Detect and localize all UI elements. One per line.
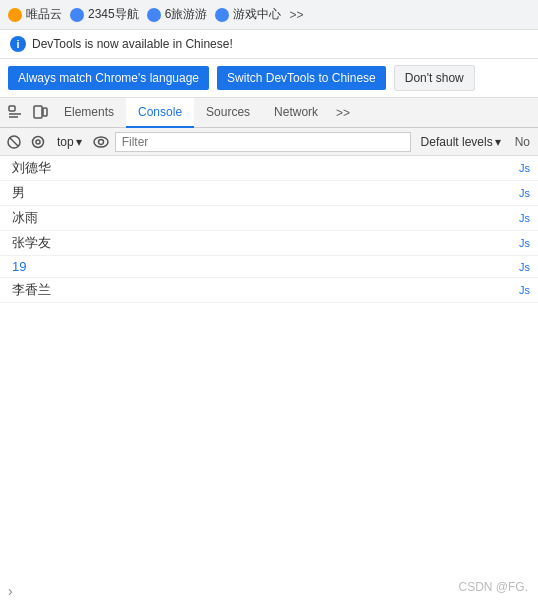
match-language-button[interactable]: Always match Chrome's language — [8, 66, 209, 90]
tab-label-weipinyun: 唯品云 — [26, 6, 62, 23]
tab-weipinyun[interactable]: 唯品云 — [8, 6, 62, 23]
svg-point-9 — [94, 137, 108, 147]
tab-games[interactable]: 游戏中心 — [215, 6, 281, 23]
log-entry-text: 刘德华 — [12, 159, 519, 177]
table-row: 张学友Js — [0, 231, 538, 256]
log-entry-source[interactable]: Js — [519, 261, 530, 273]
dont-show-button[interactable]: Don't show — [394, 65, 475, 91]
lang-buttons-bar: Always match Chrome's language Switch De… — [0, 59, 538, 98]
tab-label-games: 游戏中心 — [233, 6, 281, 23]
eye-button[interactable] — [91, 132, 111, 152]
tab-travel[interactable]: 6旅游游 — [147, 6, 208, 23]
tab-elements[interactable]: Elements — [52, 98, 126, 128]
levels-label: Default levels — [421, 135, 493, 149]
log-entry-source[interactable]: Js — [519, 284, 530, 296]
tab-label-2345: 2345导航 — [88, 6, 139, 23]
table-row: 李香兰Js — [0, 278, 538, 303]
no-issues-label: No — [511, 135, 534, 149]
levels-arrow: ▾ — [495, 135, 501, 149]
svg-line-6 — [10, 138, 18, 146]
svg-point-7 — [36, 140, 40, 144]
tab-favicon-2345 — [70, 8, 84, 22]
console-output: 刘德华Js男Js冰雨Js张学友Js19Js李香兰Js — [0, 156, 538, 580]
tab-network[interactable]: Network — [262, 98, 330, 128]
settings-icon[interactable] — [28, 132, 48, 152]
more-tabs-button[interactable]: >> — [289, 8, 303, 22]
tab-console[interactable]: Console — [126, 98, 194, 128]
log-entry-source[interactable]: Js — [519, 212, 530, 224]
devtools-info-banner: i DevTools is now available in Chinese! — [0, 30, 538, 59]
log-entry-source[interactable]: Js — [519, 187, 530, 199]
filter-input[interactable] — [115, 132, 411, 152]
console-area: top ▾ Default levels ▾ No 刘德华Js男Js冰雨Js张学… — [0, 128, 538, 602]
tab-2345[interactable]: 2345导航 — [70, 6, 139, 23]
table-row: 19Js — [0, 256, 538, 278]
tab-favicon-weipinyun — [8, 8, 22, 22]
watermark: CSDN @FG. — [458, 580, 528, 594]
svg-point-10 — [98, 139, 103, 144]
table-row: 刘德华Js — [0, 156, 538, 181]
more-panels-button[interactable]: >> — [330, 106, 356, 120]
tab-sources[interactable]: Sources — [194, 98, 262, 128]
clear-console-button[interactable] — [4, 132, 24, 152]
log-levels-selector[interactable]: Default levels ▾ — [415, 133, 507, 151]
devtools-main: i DevTools is now available in Chinese! … — [0, 30, 538, 602]
switch-to-chinese-button[interactable]: Switch DevTools to Chinese — [217, 66, 386, 90]
browser-tabs: 唯品云 2345导航 6旅游游 游戏中心 >> — [0, 0, 538, 30]
info-icon: i — [10, 36, 26, 52]
svg-rect-4 — [43, 108, 47, 116]
table-row: 冰雨Js — [0, 206, 538, 231]
log-entry-text: 男 — [12, 184, 519, 202]
log-entry-source[interactable]: Js — [519, 237, 530, 249]
tab-favicon-travel — [147, 8, 161, 22]
svg-rect-0 — [9, 106, 15, 111]
context-dropdown-arrow: ▾ — [76, 135, 82, 149]
console-toolbar: top ▾ Default levels ▾ No — [0, 128, 538, 156]
tab-favicon-games — [215, 8, 229, 22]
log-entry-text: 19 — [12, 259, 519, 274]
tab-label-travel: 6旅游游 — [165, 6, 208, 23]
banner-message: DevTools is now available in Chinese! — [32, 37, 233, 51]
svg-point-8 — [33, 136, 44, 147]
log-entry-text: 冰雨 — [12, 209, 519, 227]
log-entry-source[interactable]: Js — [519, 162, 530, 174]
inspect-element-icon[interactable] — [4, 101, 28, 125]
svg-rect-3 — [34, 106, 42, 118]
log-entry-text: 李香兰 — [12, 281, 519, 299]
log-entry-text: 张学友 — [12, 234, 519, 252]
context-label: top — [57, 135, 74, 149]
devtools-tab-bar: Elements Console Sources Network >> — [0, 98, 538, 128]
device-toolbar-icon[interactable] — [28, 101, 52, 125]
prompt-arrow: › — [8, 583, 13, 599]
console-prompt[interactable]: › — [0, 580, 538, 602]
table-row: 男Js — [0, 181, 538, 206]
context-selector[interactable]: top ▾ — [52, 132, 87, 152]
